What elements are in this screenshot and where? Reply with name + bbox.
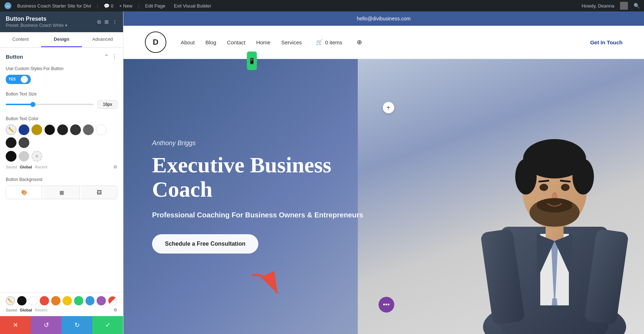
color-picker-icon[interactable]: ✏️ [6,124,16,135]
section-more-icon[interactable]: ⋮ [112,53,117,60]
tab-advanced[interactable]: Advanced [82,32,123,47]
hero-name: Anthony Briggs [152,139,367,147]
slider-track [6,104,93,105]
color-swatch-nearblack1[interactable] [6,137,16,148]
site-cart[interactable]: 🛒 0 items [316,39,342,45]
color-swatch-darkgray[interactable] [70,124,81,135]
slider-value[interactable]: 16px [98,100,117,109]
wp-site-name[interactable]: Business Coach Starter Site for Divi [17,3,91,9]
cancel-button[interactable]: ✕ [0,316,31,334]
custom-styles-toggle-row: YES [6,75,117,84]
site-logo[interactable]: D [145,31,166,53]
site-cta-button[interactable]: Get In Touch [590,39,623,45]
toggle-yes-text: YES [9,77,16,81]
wp-search-icon[interactable]: 🔍 [634,3,640,9]
redo-button[interactable]: ↻ [62,316,92,334]
bottom-swatch-blue[interactable] [86,296,95,305]
swatch-gear-icon[interactable]: ⚙ [113,164,117,170]
site-email-bar: hello@divibusiness.com [123,11,644,26]
nav-link-home[interactable]: Home [256,39,270,45]
site-search-icon[interactable]: ⊕ [357,38,362,46]
custom-styles-label: Use Custom Styles For Button [6,66,117,72]
site-navbar: D About Blog Contact Home Services 🛒 0 i… [123,26,644,59]
wp-exit-builder[interactable]: Exit Visual Builder [174,3,211,9]
tab-content[interactable]: Content [0,32,41,47]
color-swatch-white[interactable] [96,124,107,135]
left-panel: Button Presets Preset: Business Coach Wh… [0,11,123,334]
panel-preset-dropdown-icon[interactable]: ▾ [65,23,67,28]
color-swatch-black2[interactable] [57,124,68,135]
hero-cta-button[interactable]: Schedule a Free Consultation [152,234,258,254]
wp-howdy: Howdy, Deanna [581,3,614,9]
section-controls: ⌃ ⋮ [104,53,117,60]
color-swatch-gold[interactable] [31,124,42,135]
bottom-swatch-yellow[interactable] [63,296,72,305]
section-collapse-icon[interactable]: ⌃ [104,53,109,60]
bottom-saved-label: Saved [6,308,17,312]
bottom-swatch-green[interactable] [74,296,83,305]
admin-avatar[interactable] [620,2,628,10]
wp-edit-page[interactable]: Edit Page [145,3,165,9]
tab-design[interactable]: Design [41,32,82,47]
bottom-swatch-white[interactable] [29,296,38,305]
bg-options: 🎨 ▦ 🖼 [6,186,117,199]
bottom-swatch-diagonal[interactable] [108,296,117,305]
swatch-global-label[interactable]: Global [20,165,32,169]
bg-image-option[interactable]: 🖼 [81,186,117,199]
svg-point-12 [540,184,548,191]
slider-thumb[interactable] [30,102,35,107]
section-title: Button [6,54,23,60]
green-phone-icon[interactable]: 📱 [247,51,257,70]
wp-logo-icon[interactable]: W [4,2,11,9]
site-nav: About Blog Contact Home Services [181,39,302,45]
panel-header-icons: ⧉ ⊞ ⋮ [97,19,117,25]
bottom-swatch-red[interactable] [40,296,49,305]
bottom-global-label[interactable]: Global [20,308,32,312]
preview-area: 📱 hello@divibusiness.com D About Blog Co… [123,11,644,334]
site-email-link[interactable]: hello@divibusiness.com [357,16,410,21]
panel-copy-icon[interactable]: ⧉ [97,19,101,25]
color-swatch-navy[interactable] [19,124,29,135]
bg-gradient-option[interactable]: ▦ [44,186,80,199]
bottom-recent-label: Recent [35,308,47,312]
panel-tabs: Content Design Advanced [0,32,123,48]
nav-link-about[interactable]: About [181,39,195,45]
bottom-swatch-orange[interactable] [51,296,60,305]
text-size-field: Button Text Size 16px [6,91,117,109]
bottom-gear-icon[interactable]: ⚙ [113,308,117,313]
wp-new-button[interactable]: + New [119,3,132,9]
panel-more-icon[interactable]: ⋮ [112,19,117,25]
svg-point-10 [515,159,537,195]
text-color-label: Button Text Color [6,116,117,122]
color-swatch-gray[interactable] [83,124,94,135]
panel-split-icon[interactable]: ⊞ [104,19,109,25]
color-swatch-nearblack2[interactable] [19,137,29,148]
color-swatch-black1[interactable] [44,124,55,135]
wp-comments-icon[interactable]: 💬 0 [104,3,113,9]
text-size-label: Button Text Size [6,91,117,97]
slider-row: 16px [6,100,117,109]
save-button[interactable]: ✓ [92,316,123,334]
bg-color-option[interactable]: 🎨 [6,186,42,199]
nav-link-services[interactable]: Services [281,39,302,45]
bottom-color-bar: ✏️ Saved Global Recent ⚙ [0,292,123,316]
color-swatch-b1[interactable] [6,151,16,162]
custom-styles-toggle[interactable]: YES [6,75,31,84]
nav-link-blog[interactable]: Blog [205,39,216,45]
panel-header: Button Presets Preset: Business Coach Wh… [0,11,123,32]
panel-subtitle: Preset: Business Coach White ▾ [6,23,67,28]
color-add-icon[interactable]: + [31,151,42,162]
nav-link-contact[interactable]: Contact [227,39,245,45]
svg-point-18 [537,198,572,212]
color-swatch-lightgray[interactable] [19,151,29,162]
hero-image-area [358,59,644,334]
bottom-swatch-purple[interactable] [97,296,106,305]
undo-button[interactable]: ↺ [31,316,62,334]
hero-more-button[interactable]: ••• [379,297,394,313]
hero-plus-button[interactable]: + [383,102,394,113]
text-color-swatches-row2: + [6,151,117,162]
svg-point-13 [561,184,570,191]
swatch-saved-label: Saved [6,165,17,169]
bottom-swatch-black[interactable] [17,296,26,305]
bottom-pencil-icon[interactable]: ✏️ [6,296,15,305]
